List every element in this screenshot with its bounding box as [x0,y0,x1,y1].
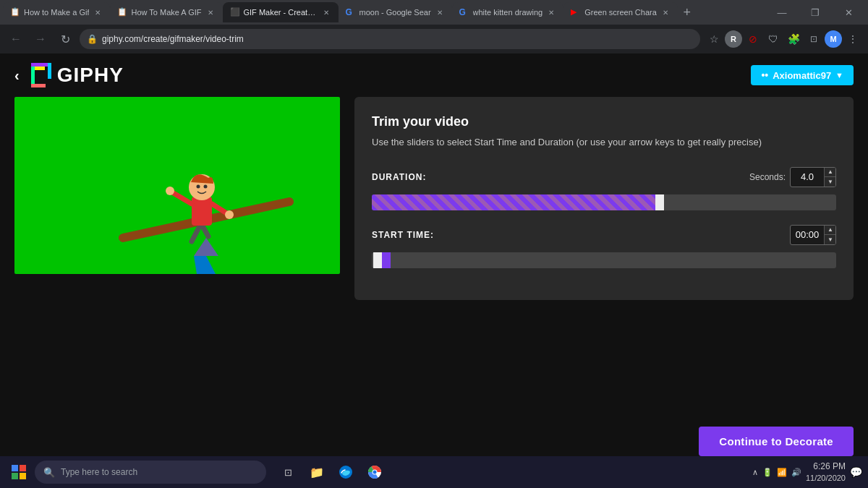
seconds-label: Seconds: [749,172,786,182]
browser-chrome: 📋 How to Make a Gif ✕ 📋 How To Make A GI… [0,0,868,53]
tab-6[interactable]: ▶ Green screen Chara ✕ [563,2,678,22]
main-area: Trim your video Use the sliders to selec… [0,97,868,421]
duration-down-button[interactable]: ▼ [825,176,836,187]
taskbar-search-bar[interactable]: 🔍 Type here to search [35,461,266,484]
tab-4-label: moon - Google Sear [359,8,431,17]
continue-to-decorate-button[interactable]: Continue to Decorate [699,427,854,456]
duration-label: DURATION: [372,172,426,182]
taskbar-system-icons: ∧ 🔋 📶 🔊 [752,468,801,477]
chevron-icon[interactable]: ∧ [752,468,758,477]
start-time-label-row: START TIME: 00:00 ▲ ▼ [372,225,836,245]
clock-date: 11/20/2020 [806,473,846,484]
user-account-button[interactable]: •• Axiomattic97 ▼ [751,65,854,85]
back-button[interactable]: ← [6,29,26,49]
window-controls: — ❐ ✕ [765,0,865,25]
tab-2[interactable]: 📋 How To Make A GIF ✕ [110,2,222,22]
refresh-button[interactable]: ↻ [55,29,75,49]
svg-rect-18 [12,465,18,471]
tab-6-favicon: ▶ [571,7,581,17]
edge-button[interactable] [333,459,359,485]
duration-value: 4.0 [791,167,824,187]
trim-description: Use the sliders to select Start Time and… [372,135,836,150]
tab-2-close[interactable]: ✕ [205,7,216,17]
svg-line-12 [172,192,192,204]
tab-3-label: GIF Maker - Create G [244,8,318,17]
eyes-icon: •• [761,69,768,81]
back-arrow-button[interactable]: ‹ [14,67,20,84]
tab-3[interactable]: ⬛ GIF Maker - Create G ✕ [223,2,339,22]
svg-rect-20 [12,473,18,479]
cast-icon[interactable]: ⊡ [804,30,823,48]
svg-rect-2 [48,63,51,79]
tab-5-favicon: G [459,7,469,17]
profile-m-icon[interactable]: M [825,30,842,48]
tab-3-close[interactable]: ✕ [321,7,331,17]
extensions-icon[interactable]: 🧩 [784,30,803,48]
tab-1-close[interactable]: ✕ [93,7,103,17]
svg-rect-0 [31,63,35,87]
duration-up-button[interactable]: ▲ [825,168,836,177]
svg-marker-6 [194,238,218,256]
svg-rect-3 [31,84,46,87]
file-explorer-button[interactable]: 📁 [304,459,330,485]
adblock-icon[interactable]: ⊘ [744,30,762,48]
duration-input[interactable]: 4.0 ▲ ▼ [790,167,836,187]
start-time-up-button[interactable]: ▲ [825,226,836,235]
giphy-logo: GIPHY [31,63,124,87]
chrome-taskbar-button[interactable] [362,459,388,485]
restore-button[interactable]: ❐ [799,0,832,25]
lock-icon: 🔒 [87,34,98,44]
start-time-input[interactable]: 00:00 ▲ ▼ [790,225,836,245]
svg-rect-10 [192,197,212,226]
speaker-icon[interactable]: 🔊 [791,468,801,477]
close-button[interactable]: ✕ [832,0,865,25]
taskbar-search-placeholder: Type here to search [61,467,137,477]
duration-spinner[interactable]: ▲ ▼ [824,168,835,187]
menu-icon[interactable]: ⋮ [843,30,862,48]
svg-point-16 [197,185,200,189]
address-text: giphy.com/create/gifmaker/video-trim [102,34,693,44]
tab-6-close[interactable]: ✕ [660,7,671,17]
trim-panel: Trim your video Use the sliders to selec… [354,97,854,300]
start-time-label: START TIME: [372,230,434,240]
svg-point-25 [373,471,377,474]
tab-2-favicon: 📋 [117,7,127,17]
tab-2-label: How To Make A GIF [131,8,201,17]
edge-icon [339,465,353,479]
minimize-button[interactable]: — [765,0,799,25]
duration-slider-track[interactable] [372,194,836,210]
battery-icon: 🔋 [762,468,773,477]
tab-4-close[interactable]: ✕ [435,7,445,17]
address-bar-row: ← → ↻ 🔒 giphy.com/create/gifmaker/video-… [0,25,868,53]
svg-point-17 [204,185,208,189]
svg-rect-21 [20,473,26,479]
giphy-logo-icon [31,63,51,87]
clock-time: 6:26 PM [806,461,846,473]
tab-4[interactable]: G moon - Google Sear ✕ [339,2,452,22]
tab-1[interactable]: 📋 How to Make a Gif ✕ [3,2,110,22]
address-bar[interactable]: 🔒 giphy.com/create/gifmaker/video-trim [80,29,700,49]
tab-5[interactable]: G white kitten drawing ✕ [452,2,564,22]
duration-slider-thumb[interactable] [655,194,664,210]
profile-r-icon[interactable]: R [725,30,742,48]
shield-icon[interactable]: 🛡 [764,30,783,48]
giphy-header: ‹ GIPHY •• Axiomattic97 ▼ [0,53,868,97]
username-label: Axiomattic97 [773,70,831,81]
tab-5-close[interactable]: ✕ [546,7,556,17]
system-clock[interactable]: 6:26 PM 11/20/2020 [806,461,846,484]
start-time-slider-track[interactable] [372,252,836,268]
tab-bar: 📋 How to Make a Gif ✕ 📋 How To Make A GI… [0,0,868,25]
start-button[interactable] [6,459,32,485]
new-tab-button[interactable]: + [678,3,697,22]
start-time-down-button[interactable]: ▼ [825,234,836,244]
tab-4-favicon: G [346,7,356,17]
forward-button[interactable]: → [30,29,51,49]
bookmark-icon[interactable]: ☆ [705,30,723,48]
start-time-spinner[interactable]: ▲ ▼ [824,226,835,244]
notifications-icon[interactable]: 💬 [850,466,862,478]
svg-point-14 [166,187,174,195]
start-time-slider-thumb[interactable] [373,252,382,268]
svg-marker-7 [194,256,216,274]
task-view-button[interactable]: ⊡ [275,459,301,485]
tab-1-favicon: 📋 [10,7,20,17]
